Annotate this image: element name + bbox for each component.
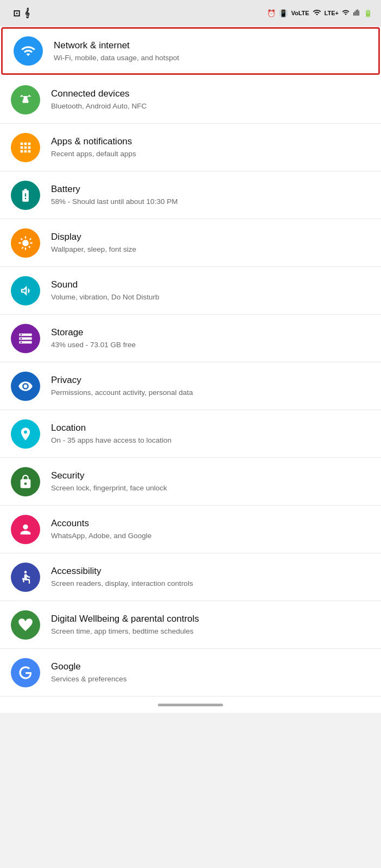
item-subtitle-privacy: Permissions, account activity, personal … [51,388,370,398]
item-text-google: Google Services & preferences [51,661,370,684]
accounts-icon [11,515,40,544]
signal1-icon [342,8,350,18]
item-subtitle-display: Wallpaper, sleep, font size [51,245,370,254]
status-bar: ⊡ 𝄞 ⏰ 📳 VoLTE LTE+ 🔋 [0,0,381,26]
settings-item-google[interactable]: Google Services & preferences [0,649,381,697]
wifi-calling-icon [313,8,321,18]
security-icon [11,467,40,496]
svg-rect-1 [25,99,26,103]
item-subtitle-security: Screen lock, fingerprint, face unlock [51,483,370,493]
accessibility-icon [11,563,40,592]
svg-point-3 [24,571,27,573]
item-subtitle-accounts: WhatsApp, Adobe, and Google [51,531,370,541]
vibrate-icon: 📳 [279,9,288,17]
sound-icon [11,276,40,305]
status-left: ⊡ 𝄞 [9,8,29,18]
item-title-location: Location [51,422,370,434]
wellbeing-icon [11,610,40,640]
item-title-privacy: Privacy [51,374,370,386]
item-title-connected: Connected devices [51,88,370,100]
home-indicator [0,697,381,713]
wifi-icon [14,36,43,66]
privacy-icon [11,372,40,401]
item-text-accessibility: Accessibility Screen readers, display, i… [51,565,370,589]
item-title-wellbeing: Digital Wellbeing & parental controls [51,613,370,625]
settings-item-wellbeing[interactable]: Digital Wellbeing & parental controls Sc… [0,601,381,649]
settings-item-accounts[interactable]: Accounts WhatsApp, Adobe, and Google [0,506,381,553]
item-text-wellbeing: Digital Wellbeing & parental controls Sc… [51,613,370,636]
item-subtitle-location: On - 35 apps have access to location [51,436,370,445]
battery-icon [11,181,40,210]
item-text-network: Network & internet Wi-Fi, mobile, data u… [54,40,367,63]
item-subtitle-network: Wi-Fi, mobile, data usage, and hotspot [54,53,367,63]
svg-rect-0 [22,101,23,102]
settings-item-location[interactable]: Location On - 35 apps have access to loc… [0,410,381,458]
item-title-security: Security [51,470,370,482]
item-title-accounts: Accounts [51,518,370,529]
item-subtitle-battery: 58% - Should last until about 10:30 PM [51,197,370,207]
settings-item-connected[interactable]: Connected devices Bluetooth, Android Aut… [0,76,381,124]
svg-rect-2 [28,101,29,102]
item-title-display: Display [51,231,370,243]
item-subtitle-google: Services & preferences [51,674,370,684]
alarm-icon: ⏰ [267,9,276,17]
item-text-privacy: Privacy Permissions, account activity, p… [51,374,370,398]
item-text-connected: Connected devices Bluetooth, Android Aut… [51,88,370,111]
home-bar [158,704,223,706]
item-text-battery: Battery 58% - Should last until about 10… [51,183,370,207]
settings-item-privacy[interactable]: Privacy Permissions, account activity, p… [0,362,381,410]
item-subtitle-apps: Recent apps, default apps [51,149,370,159]
item-subtitle-sound: Volume, vibration, Do Not Disturb [51,292,370,302]
item-title-apps: Apps & notifications [51,136,370,148]
item-subtitle-storage: 43% used - 73.01 GB free [51,340,370,350]
settings-item-security[interactable]: Security Screen lock, fingerprint, face … [0,458,381,506]
google-icon [11,658,40,687]
settings-item-display[interactable]: Display Wallpaper, sleep, font size [0,219,381,267]
settings-item-network[interactable]: Network & internet Wi-Fi, mobile, data u… [1,27,380,75]
item-text-display: Display Wallpaper, sleep, font size [51,231,370,254]
display-icon [11,228,40,258]
settings-item-apps[interactable]: Apps & notifications Recent apps, defaul… [0,124,381,171]
item-title-sound: Sound [51,279,370,291]
settings-item-battery[interactable]: Battery 58% - Should last until about 10… [0,171,381,219]
settings-list: Network & internet Wi-Fi, mobile, data u… [0,27,381,697]
settings-item-accessibility[interactable]: Accessibility Screen readers, display, i… [0,553,381,601]
storage-icon [11,324,40,353]
item-text-sound: Sound Volume, vibration, Do Not Disturb [51,279,370,302]
item-subtitle-connected: Bluetooth, Android Auto, NFC [51,101,370,111]
item-text-location: Location On - 35 apps have access to loc… [51,422,370,445]
connected-icon [11,85,40,114]
item-text-storage: Storage 43% used - 73.01 GB free [51,327,370,350]
item-title-battery: Battery [51,183,370,195]
signal2-icon [353,8,360,18]
shazam-icon: 𝄞 [24,8,29,18]
settings-item-sound[interactable]: Sound Volume, vibration, Do Not Disturb [0,267,381,315]
settings-item-storage[interactable]: Storage 43% used - 73.01 GB free [0,315,381,362]
item-title-accessibility: Accessibility [51,565,370,577]
location-icon [11,419,40,449]
screenshot-icon: ⊡ [13,8,20,18]
item-title-google: Google [51,661,370,673]
apps-icon [11,133,40,162]
item-text-security: Security Screen lock, fingerprint, face … [51,470,370,493]
item-subtitle-accessibility: Screen readers, display, interaction con… [51,579,370,589]
item-title-network: Network & internet [54,40,367,52]
item-subtitle-wellbeing: Screen time, app timers, bedtime schedul… [51,627,370,636]
item-text-apps: Apps & notifications Recent apps, defaul… [51,136,370,159]
battery-icon: 🔋 [364,9,372,17]
volte-icon: VoLTE [291,10,309,16]
lte-icon: LTE+ [325,10,339,16]
status-right: ⏰ 📳 VoLTE LTE+ 🔋 [267,8,372,18]
item-title-storage: Storage [51,327,370,339]
item-text-accounts: Accounts WhatsApp, Adobe, and Google [51,518,370,541]
